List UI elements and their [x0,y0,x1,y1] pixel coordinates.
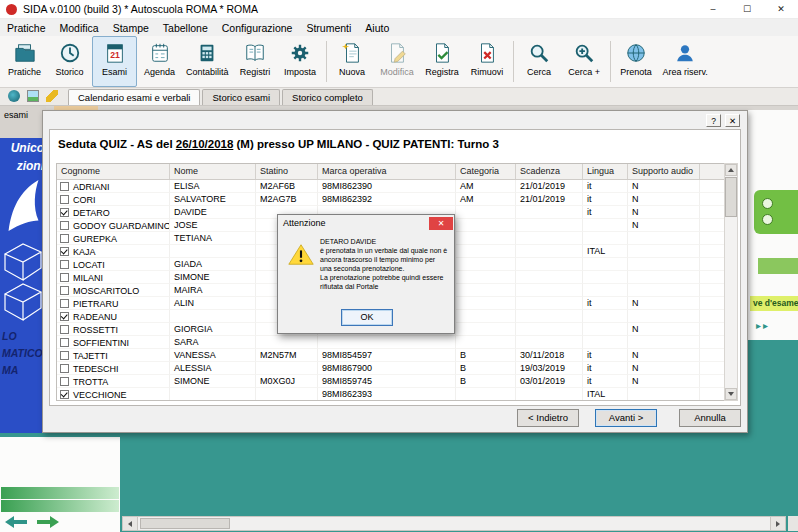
list-item[interactable] [1,500,119,512]
toolbar-button-area-riserv[interactable]: Area riserv. [659,36,712,87]
toolbar-separator [610,41,611,82]
toolbar-button-cerca[interactable]: Cerca [517,36,562,87]
cell-categoria [456,336,516,349]
prev-arrow-icon[interactable] [4,515,28,529]
toolbar-button-registri[interactable]: Registri [233,36,278,87]
image-icon[interactable] [27,90,39,102]
toolbar-button-pratiche[interactable]: Pratiche [2,36,47,87]
table-row[interactable]: TEDESCHIALESSIA98MI867900B19/03/2019itN [57,362,725,375]
toolbar-button-storico[interactable]: Storico [47,36,92,87]
row-checkbox[interactable] [60,338,69,347]
table-scrollbar[interactable] [724,163,738,401]
maximize-button[interactable]: ☐ [730,0,764,18]
row-checkbox[interactable] [60,325,69,334]
toolbar-button-modifica[interactable]: Modifica [375,36,420,87]
menu-item-stampe[interactable]: Stampe [106,22,156,34]
row-checkbox[interactable] [60,286,69,295]
back-button[interactable]: < Indietro [517,409,579,427]
menu-item-modifica[interactable]: Modifica [53,22,106,34]
row-checkbox[interactable] [60,234,69,243]
scroll-right-button[interactable] [770,517,785,530]
menu-bar: PraticheModificaStampeTabelloneConfigura… [0,19,798,36]
menu-item-pratiche[interactable]: Pratiche [0,22,53,34]
row-checkbox[interactable] [60,377,69,386]
table-row[interactable]: CORISALVATOREM2AG7B98MI862392AM21/01/201… [57,193,725,206]
horizontal-scrollbar[interactable] [122,516,786,531]
menu-item-strumenti[interactable]: Strumenti [299,22,358,34]
column-header-marca-operativa[interactable]: Marca operativa [318,164,456,179]
row-checkbox[interactable] [60,351,69,360]
preview-icon[interactable] [8,90,20,102]
cell-audio: N [628,193,700,206]
minimize-button[interactable]: – [696,0,730,18]
warning-icon [288,243,314,266]
pencil-icon[interactable] [46,90,58,102]
scroll-left-button[interactable] [123,517,138,530]
table-row[interactable]: TAJETTIVANESSAM2N57M98MI854597B30/11/201… [57,349,725,362]
column-header-cognome[interactable]: Cognome [57,164,170,179]
menu-item-configurazione[interactable]: Configurazione [215,22,300,34]
cell-audio: N [628,180,700,193]
toolbar-button-esami[interactable]: 21Esami [92,36,137,87]
menu-item-aiuto[interactable]: Aiuto [358,22,396,34]
table-row[interactable]: VECCHIONE98MI862393ITAL [57,388,725,401]
column-header-statino[interactable]: Statino [256,164,318,179]
horizontal-scroll-thumb[interactable] [140,518,230,529]
tab-calendario-esami-e-verbali[interactable]: Calendario esami e verbali [68,89,200,105]
cell-categoria: B [456,375,516,388]
ok-button[interactable]: OK [341,309,393,326]
row-checkbox[interactable] [60,195,69,204]
cell-scadenza [516,271,583,284]
toolbar-button-rimuovi[interactable]: Rimuovi [465,36,510,87]
row-checkbox[interactable] [60,312,69,321]
toolbar-button-contabilit[interactable]: Contabilità [182,36,233,87]
row-checkbox[interactable] [60,390,69,399]
cell-categoria: B [456,349,516,362]
background-teal-block [748,340,798,433]
tab-storico-completo[interactable]: Storico completo [282,89,373,105]
toolbar-button-cerca[interactable]: Cerca + [562,36,607,87]
row-checkbox[interactable] [60,260,69,269]
row-checkbox[interactable] [60,364,69,373]
scroll-down-button[interactable] [725,388,737,400]
list-item[interactable] [1,487,119,499]
next-button[interactable]: Avanti > [595,409,657,427]
table-row[interactable]: SOFFIENTINISARA [57,336,725,349]
table-row[interactable]: TROTTASIMONEM0XG0J98MI859745B03/01/2019i… [57,375,725,388]
heading-date: 26/10/2018 [176,138,234,150]
next-arrow-icon[interactable] [36,515,60,529]
cell-statino: M2AF6B [256,180,318,193]
cell-scadenza [516,258,583,271]
table-row[interactable]: ADRIANIELISAM2AF6B98MI862390AM21/01/2019… [57,180,725,193]
column-header-supporto-audio[interactable]: Supporto audio [628,164,700,179]
column-header-lingua[interactable]: Lingua [583,164,628,179]
row-checkbox[interactable] [60,208,69,217]
column-header-scadenza[interactable]: Scadenza [516,164,583,179]
dialog-close-button[interactable]: ✕ [429,217,453,230]
toolbar-button-registra[interactable]: Registra [420,36,465,87]
menu-item-tabellone[interactable]: Tabellone [156,22,215,34]
cell-categoria: B [456,362,516,375]
help-button[interactable]: ? [706,114,721,127]
toolbar-button-imposta[interactable]: Imposta [278,36,323,87]
toolbar-button-prenota[interactable]: Prenota [614,36,659,87]
cancel-button[interactable]: Annulla [679,409,741,427]
row-checkbox[interactable] [60,247,69,256]
row-checkbox[interactable] [60,299,69,308]
wizard-close-button[interactable]: ✕ [725,114,740,127]
background-green-panel [754,190,798,234]
close-button[interactable]: ✕ [764,0,798,18]
row-checkbox[interactable] [60,182,69,191]
toolbar-button-agenda[interactable]: Agenda [137,36,182,87]
scroll-up-button[interactable] [725,164,737,176]
sail-logo-icon [5,178,43,234]
dialog-message: DETARO DAVIDE è prenotata in un verbale … [320,237,448,291]
column-header-nome[interactable]: Nome [170,164,256,179]
column-header-categoria[interactable]: Categoria [456,164,516,179]
row-checkbox[interactable] [60,273,69,282]
vertical-scroll-thumb[interactable] [725,177,737,217]
row-checkbox[interactable] [60,221,69,230]
cell-nome: DAVIDE [170,206,256,219]
toolbar-button-nuova[interactable]: Nuova [330,36,375,87]
tab-storico-esami[interactable]: Storico esami [202,89,280,105]
